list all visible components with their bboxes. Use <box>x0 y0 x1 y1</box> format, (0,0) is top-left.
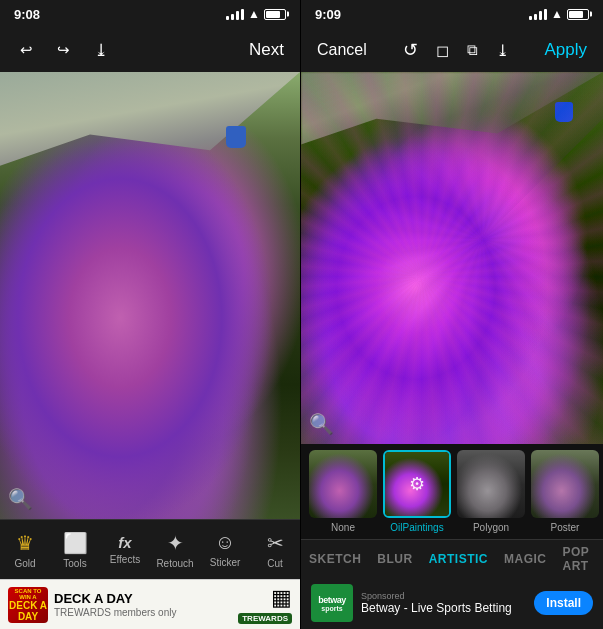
sticker-label: Sticker <box>210 557 241 568</box>
right-image-area: 🔍 <box>301 72 603 444</box>
filter-polygon[interactable]: Polygon <box>457 450 525 533</box>
battery-fill <box>266 11 280 18</box>
nav-tools[interactable]: ⬜ Tools <box>53 531 98 569</box>
signal-bar-4 <box>241 9 244 20</box>
retouch-label: Retouch <box>156 558 193 569</box>
layers-button[interactable]: ⧉ <box>467 41 478 59</box>
rotate-button[interactable]: ↺ <box>403 39 418 61</box>
right-zoom-icon[interactable]: 🔍 <box>309 412 334 436</box>
signal-bar-3 <box>236 11 239 20</box>
left-status-icons: ▲ <box>226 7 286 21</box>
filter-oilpaintings[interactable]: ⚙ OilPaintings <box>383 450 451 533</box>
tab-magic[interactable]: MAGIC <box>496 548 555 570</box>
betway-subtext: sports <box>321 605 342 612</box>
tools-icon: ⬜ <box>63 531 88 555</box>
left-signal <box>226 9 244 20</box>
ad-logo: SCAN TO WIN A DECK A DAY <box>8 587 48 623</box>
filter-polygon-thumb <box>457 450 525 518</box>
ad-headline-text: DECK A DAY <box>54 591 232 607</box>
export-button[interactable]: ⤓ <box>496 41 509 60</box>
filter-oilpaintings-label: OilPaintings <box>390 522 443 533</box>
left-battery <box>264 9 286 20</box>
left-status-bar: 9:08 ▲ <box>0 0 300 28</box>
right-battery <box>567 9 589 20</box>
left-bottom-nav: ♛ Gold ⬜ Tools fx Effects ✦ Retouch ☺ St… <box>0 519 300 579</box>
filter-settings-icon: ⚙ <box>409 473 425 495</box>
left-ad-banner[interactable]: SCAN TO WIN A DECK A DAY DECK A DAY TREW… <box>0 579 300 629</box>
right-toolbar: Cancel ↺ ◻ ⧉ ⤓ Apply <box>301 28 603 72</box>
right-status-icons: ▲ <box>529 7 589 21</box>
right-status-bar: 9:09 ▲ <box>301 0 603 28</box>
signal-bar-2 <box>231 14 234 20</box>
trewards-badge: TREWARDS <box>238 613 292 624</box>
gold-label: Gold <box>14 558 35 569</box>
signal-bar-2 <box>534 14 537 20</box>
left-toolbar: ↩ ↪ ⤓ Next <box>0 28 300 72</box>
right-time: 9:09 <box>315 7 341 22</box>
install-button[interactable]: Install <box>534 591 593 615</box>
cancel-button[interactable]: Cancel <box>317 41 367 59</box>
filter-oilpaintings-thumb: ⚙ <box>383 450 451 518</box>
right-ad-banner[interactable]: betway sports Sponsored Betway - Live Sp… <box>301 577 603 629</box>
left-time: 9:08 <box>14 7 40 22</box>
left-phone: 9:08 ▲ ↩ ↪ ⤓ Next 🔍 <box>0 0 300 629</box>
tab-artistic[interactable]: ARTISTIC <box>421 548 496 570</box>
filter-none-bg <box>309 450 377 518</box>
nav-retouch[interactable]: ✦ Retouch <box>153 531 198 569</box>
filter-poster-bg <box>531 450 599 518</box>
filter-strip: None ⚙ OilPaintings Polygon Poster <box>301 444 603 539</box>
betway-name: betway <box>318 595 346 605</box>
left-zoom-icon[interactable]: 🔍 <box>8 487 33 511</box>
cut-label: Cut <box>267 558 283 569</box>
filter-poster[interactable]: Poster <box>531 450 599 533</box>
right-ad-text: Sponsored Betway - Live Sports Betting <box>361 591 526 615</box>
signal-bar-3 <box>539 11 542 20</box>
tab-blur[interactable]: BLUR <box>369 548 420 570</box>
left-toolbar-left: ↩ ↪ ⤓ <box>16 38 112 63</box>
ad-title: Betway - Live Sports Betting <box>361 601 526 615</box>
nav-cut[interactable]: ✂ Cut <box>253 531 298 569</box>
right-toolbar-icons: ↺ ◻ ⧉ ⤓ <box>403 39 509 61</box>
filter-poster-label: Poster <box>551 522 580 533</box>
filter-none-thumb <box>309 450 377 518</box>
ad-badge-area: ▦ TREWARDS <box>238 585 292 624</box>
effects-icon: fx <box>118 534 131 551</box>
right-wifi-icon: ▲ <box>551 7 563 21</box>
ad-headline: DECK A DAY <box>8 600 48 622</box>
download-button[interactable]: ⤓ <box>90 38 112 63</box>
retouch-icon: ✦ <box>167 531 184 555</box>
next-button[interactable]: Next <box>249 40 284 60</box>
blue-pot <box>226 126 246 148</box>
signal-bar-1 <box>529 16 532 20</box>
cut-icon: ✂ <box>267 531 284 555</box>
nav-effects[interactable]: fx Effects <box>103 534 148 565</box>
ad-scan-text: SCAN TO WIN A <box>8 588 48 600</box>
redo-button[interactable]: ↪ <box>53 39 74 61</box>
nav-sticker[interactable]: ☺ Sticker <box>203 531 248 568</box>
right-battery-fill <box>569 11 583 18</box>
tab-popart[interactable]: POP ART <box>555 541 603 577</box>
left-wifi-icon: ▲ <box>248 7 260 21</box>
filter-polygon-label: Polygon <box>473 522 509 533</box>
nav-gold[interactable]: ♛ Gold <box>3 531 48 569</box>
apply-button[interactable]: Apply <box>544 40 587 60</box>
signal-bar-1 <box>226 16 229 20</box>
signal-bar-4 <box>544 9 547 20</box>
filter-none[interactable]: None <box>309 450 377 533</box>
sticker-icon: ☺ <box>215 531 235 554</box>
left-photo <box>0 72 300 519</box>
right-signal <box>529 9 547 20</box>
category-tabs: SKETCH BLUR ARTISTIC MAGIC POP ART <box>301 539 603 577</box>
erase-button[interactable]: ◻ <box>436 41 449 60</box>
scan-icon: ▦ <box>271 585 292 611</box>
filter-polygon-bg <box>457 450 525 518</box>
tab-sketch[interactable]: SKETCH <box>301 548 369 570</box>
filter-none-label: None <box>331 522 355 533</box>
right-phone: 9:09 ▲ Cancel ↺ ◻ ⧉ ⤓ Apply <box>301 0 603 629</box>
effects-label: Effects <box>110 554 140 565</box>
ad-subtext: TREWARDS members only <box>54 607 232 618</box>
filter-poster-thumb <box>531 450 599 518</box>
undo-button[interactable]: ↩ <box>16 39 37 61</box>
ad-text-area: DECK A DAY TREWARDS members only <box>48 591 238 618</box>
right-blue-pot <box>555 102 573 122</box>
